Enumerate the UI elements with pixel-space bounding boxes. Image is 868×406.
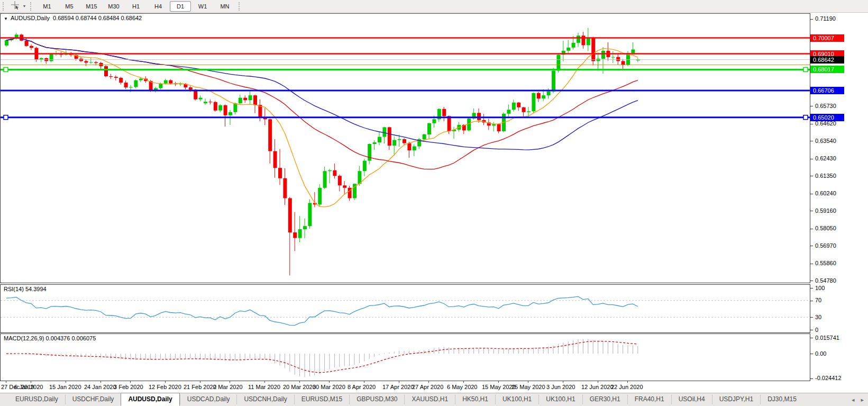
chart-tab-usoil-h4[interactable]: USOil,H4 xyxy=(671,394,712,404)
price-axis-label: 0.54780 xyxy=(815,277,836,284)
tab-scroll-left-icon[interactable]: ◂ xyxy=(852,396,855,403)
rsi-canvas[interactable] xyxy=(1,285,810,332)
chart-tab-fra40-h1[interactable]: FRA40,H1 xyxy=(627,394,671,404)
chart-tab-usdchf-daily[interactable]: USDCHF,Daily xyxy=(65,394,121,404)
toolbar-grip[interactable] xyxy=(30,2,33,11)
price-axis-tick xyxy=(810,264,813,264)
toolbar-grip[interactable] xyxy=(3,2,6,11)
chart-tab-gbpusd-m30[interactable]: GBPUSD,M30 xyxy=(349,394,404,404)
date-axis[interactable]: 27 Dec 20196 Jan 202015 Jan 202024 Jan 2… xyxy=(0,381,810,393)
chart-tab-uk100-h1[interactable]: UK100,H1 xyxy=(538,394,582,404)
timeframe-button-m15[interactable]: M15 xyxy=(81,1,102,12)
date-axis-tick xyxy=(329,381,330,383)
chart-tab-usdcad-daily[interactable]: USDCAD,Daily xyxy=(180,394,237,404)
chevron-down-icon[interactable]: ▾ xyxy=(21,4,28,8)
line-handle[interactable] xyxy=(803,68,808,72)
date-axis-label: 3 Jun 2020 xyxy=(546,384,575,390)
tab-scroll-right-icon[interactable]: ▸ xyxy=(861,396,864,403)
date-axis-tick xyxy=(230,381,230,383)
support-line-0-68017[interactable] xyxy=(1,68,810,72)
price-axis-tick xyxy=(810,106,813,106)
date-axis-label: 15 May 2020 xyxy=(482,384,516,390)
macd-axis-tick xyxy=(810,354,813,354)
price-level-badge-0-65020: 0.65020 xyxy=(810,114,844,121)
timeframe-button-m5[interactable]: M5 xyxy=(59,1,80,12)
price-level-badge-0-68017: 0.68017 xyxy=(810,66,844,73)
date-axis-label: 11 Mar 2020 xyxy=(248,384,280,390)
timeframe-button-h4[interactable]: H4 xyxy=(148,1,169,12)
rsi-axis-label: 0 xyxy=(815,327,818,333)
chart-tab-dj30-m15[interactable]: DJ30,M15 xyxy=(760,394,803,404)
price-axis-label: 0.71190 xyxy=(815,15,836,22)
price-axis[interactable]: 0.711900.679200.657300.646200.635400.624… xyxy=(810,13,868,381)
price-axis-tick xyxy=(810,141,813,141)
date-axis-label: 3 Feb 2020 xyxy=(114,384,143,390)
crosshair-tool-button[interactable] xyxy=(8,1,21,11)
chart-tab-eurusd-m15[interactable]: EURUSD,M15 xyxy=(294,394,349,404)
timeframe-button-h1[interactable]: H1 xyxy=(125,1,147,12)
macd-axis-tick xyxy=(810,378,813,379)
date-axis-tick xyxy=(200,381,200,383)
toolbar-grip[interactable] xyxy=(239,2,242,11)
price-axis-tick xyxy=(810,211,813,211)
chart-tab-eurusd-daily[interactable]: EURUSD,Daily xyxy=(8,394,65,404)
main-price-canvas[interactable] xyxy=(1,14,810,283)
timeframe-button-w1[interactable]: W1 xyxy=(192,1,213,12)
date-axis-label: 20 Mar 2020 xyxy=(283,384,316,390)
price-axis-label: 0.63540 xyxy=(815,138,836,145)
date-axis-tick xyxy=(627,381,628,383)
macd-axis-label: 0.00 xyxy=(815,350,826,357)
date-axis-label: 15 Jan 2020 xyxy=(49,384,81,390)
timeframe-toolbar: ▾ M1M5M15M30H1H4D1W1MN xyxy=(0,0,868,13)
chart-tab-xauusd-h1[interactable]: XAUUSD,H1 xyxy=(404,394,455,404)
chart-tab-bar: EURUSD,DailyUSDCHF,DailyAUDUSD,DailyUSDC… xyxy=(0,393,868,406)
timeframe-button-d1[interactable]: D1 xyxy=(170,1,191,12)
rsi-axis-tick xyxy=(810,301,813,301)
price-axis-label: 0.59160 xyxy=(815,207,836,214)
date-axis-tick xyxy=(66,381,66,383)
price-axis-tick xyxy=(810,124,813,124)
date-axis-label: 6 Jan 2020 xyxy=(14,384,43,390)
date-axis-tick xyxy=(428,381,429,383)
chart-tab-usdcnh-daily[interactable]: USDCNH,Daily xyxy=(236,394,294,404)
ma-mid-line xyxy=(6,38,638,169)
chart-tab-hk50-h1[interactable]: HK50,H1 xyxy=(455,394,495,404)
macd-axis-label: -0.024412 xyxy=(815,375,842,382)
chart-tab-uk100-h1[interactable]: UK100,H1 xyxy=(495,394,538,404)
tab-scroll-controls: ◂ ▸ xyxy=(852,396,864,403)
macd-canvas[interactable] xyxy=(1,334,810,381)
line-handle[interactable] xyxy=(803,115,808,120)
date-axis-label: 2 Mar 2020 xyxy=(213,384,243,390)
main-price-pane: ▼AUDUSD,Daily 0.68594 0.68744 0.68484 0.… xyxy=(0,13,810,283)
date-axis-tick xyxy=(463,381,464,383)
date-axis-label: 27 Apr 2020 xyxy=(412,384,443,390)
price-axis-tick xyxy=(810,176,813,176)
chart-tab-audusd-daily[interactable]: AUDUSD,Daily xyxy=(121,393,179,406)
date-axis-label: 30 Mar 2020 xyxy=(313,384,345,390)
date-axis-label: 8 Apr 2020 xyxy=(348,384,376,390)
date-axis-label: 21 Feb 2020 xyxy=(184,384,216,390)
rsi-axis-tick xyxy=(810,288,813,288)
line-handle[interactable] xyxy=(4,115,8,120)
timeframe-button-mn[interactable]: MN xyxy=(214,1,235,12)
triangle-down-icon[interactable]: ▼ xyxy=(4,16,8,21)
date-axis-label: 25 May 2020 xyxy=(511,384,545,390)
chart-tab-usdjpy-h1[interactable]: USDJPY,H1 xyxy=(712,394,760,404)
date-axis-tick xyxy=(31,381,31,383)
price-axis-label: 0.65730 xyxy=(815,103,836,110)
price-axis-label: 0.62430 xyxy=(815,155,836,162)
price-axis-label: 0.60240 xyxy=(815,190,836,197)
date-axis-label: 12 Feb 2020 xyxy=(149,384,181,390)
timeframe-button-m1[interactable]: M1 xyxy=(36,1,58,12)
price-axis-label: 0.58050 xyxy=(815,225,836,232)
price-axis-label: 0.56970 xyxy=(815,242,836,249)
chart-title: ▼AUDUSD,Daily 0.68594 0.68744 0.68484 0.… xyxy=(4,15,142,21)
tab-list: EURUSD,DailyUSDCHF,DailyAUDUSD,DailyUSDC… xyxy=(8,393,803,406)
price-level-badge-0-70007: 0.70007 xyxy=(810,34,844,42)
price-axis-tick xyxy=(810,281,813,281)
chart-tab-ger30-h1[interactable]: GER30,H1 xyxy=(582,394,627,404)
price-level-badge-0-68642: 0.68642 xyxy=(810,56,844,64)
timeframe-button-m30[interactable]: M30 xyxy=(103,1,124,12)
support-line-0-65020[interactable] xyxy=(1,115,810,120)
line-handle[interactable] xyxy=(4,68,8,72)
